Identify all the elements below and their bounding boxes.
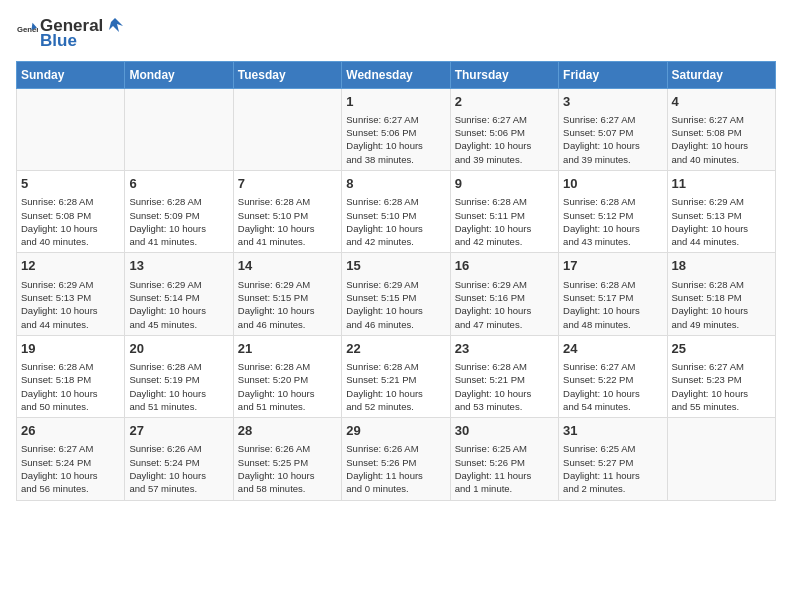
day-info: Sunrise: 6:28 AM Sunset: 5:18 PM Dayligh… (672, 278, 771, 331)
day-number: 17 (563, 257, 662, 275)
day-info: Sunrise: 6:29 AM Sunset: 5:13 PM Dayligh… (672, 195, 771, 248)
day-number: 31 (563, 422, 662, 440)
day-info: Sunrise: 6:27 AM Sunset: 5:22 PM Dayligh… (563, 360, 662, 413)
calendar-cell: 31Sunrise: 6:25 AM Sunset: 5:27 PM Dayli… (559, 418, 667, 500)
calendar-cell: 16Sunrise: 6:29 AM Sunset: 5:16 PM Dayli… (450, 253, 558, 335)
calendar-cell: 29Sunrise: 6:26 AM Sunset: 5:26 PM Dayli… (342, 418, 450, 500)
day-number: 23 (455, 340, 554, 358)
calendar-cell: 13Sunrise: 6:29 AM Sunset: 5:14 PM Dayli… (125, 253, 233, 335)
calendar-cell: 27Sunrise: 6:26 AM Sunset: 5:24 PM Dayli… (125, 418, 233, 500)
calendar-cell: 12Sunrise: 6:29 AM Sunset: 5:13 PM Dayli… (17, 253, 125, 335)
day-number: 18 (672, 257, 771, 275)
day-number: 28 (238, 422, 337, 440)
calendar-cell: 9Sunrise: 6:28 AM Sunset: 5:11 PM Daylig… (450, 171, 558, 253)
day-info: Sunrise: 6:28 AM Sunset: 5:09 PM Dayligh… (129, 195, 228, 248)
calendar-cell: 28Sunrise: 6:26 AM Sunset: 5:25 PM Dayli… (233, 418, 341, 500)
weekday-header-tuesday: Tuesday (233, 61, 341, 88)
logo-icon: General (16, 20, 38, 46)
day-number: 20 (129, 340, 228, 358)
calendar-cell: 18Sunrise: 6:28 AM Sunset: 5:18 PM Dayli… (667, 253, 775, 335)
day-number: 29 (346, 422, 445, 440)
day-info: Sunrise: 6:28 AM Sunset: 5:11 PM Dayligh… (455, 195, 554, 248)
day-number: 2 (455, 93, 554, 111)
calendar-cell: 1Sunrise: 6:27 AM Sunset: 5:06 PM Daylig… (342, 88, 450, 170)
calendar-cell: 30Sunrise: 6:25 AM Sunset: 5:26 PM Dayli… (450, 418, 558, 500)
day-number: 25 (672, 340, 771, 358)
calendar-cell: 10Sunrise: 6:28 AM Sunset: 5:12 PM Dayli… (559, 171, 667, 253)
day-number: 10 (563, 175, 662, 193)
weekday-header-thursday: Thursday (450, 61, 558, 88)
day-number: 8 (346, 175, 445, 193)
day-number: 30 (455, 422, 554, 440)
day-info: Sunrise: 6:27 AM Sunset: 5:07 PM Dayligh… (563, 113, 662, 166)
day-info: Sunrise: 6:25 AM Sunset: 5:27 PM Dayligh… (563, 442, 662, 495)
day-number: 12 (21, 257, 120, 275)
calendar-cell (125, 88, 233, 170)
day-number: 5 (21, 175, 120, 193)
day-info: Sunrise: 6:28 AM Sunset: 5:08 PM Dayligh… (21, 195, 120, 248)
calendar-table: SundayMondayTuesdayWednesdayThursdayFrid… (16, 61, 776, 501)
day-number: 9 (455, 175, 554, 193)
day-info: Sunrise: 6:28 AM Sunset: 5:21 PM Dayligh… (346, 360, 445, 413)
calendar-cell: 8Sunrise: 6:28 AM Sunset: 5:10 PM Daylig… (342, 171, 450, 253)
day-info: Sunrise: 6:29 AM Sunset: 5:16 PM Dayligh… (455, 278, 554, 331)
day-info: Sunrise: 6:28 AM Sunset: 5:20 PM Dayligh… (238, 360, 337, 413)
day-number: 27 (129, 422, 228, 440)
day-number: 3 (563, 93, 662, 111)
day-number: 11 (672, 175, 771, 193)
calendar-week-1: 1Sunrise: 6:27 AM Sunset: 5:06 PM Daylig… (17, 88, 776, 170)
day-number: 24 (563, 340, 662, 358)
day-info: Sunrise: 6:28 AM Sunset: 5:17 PM Dayligh… (563, 278, 662, 331)
day-number: 1 (346, 93, 445, 111)
calendar-week-5: 26Sunrise: 6:27 AM Sunset: 5:24 PM Dayli… (17, 418, 776, 500)
calendar-cell: 14Sunrise: 6:29 AM Sunset: 5:15 PM Dayli… (233, 253, 341, 335)
day-info: Sunrise: 6:28 AM Sunset: 5:18 PM Dayligh… (21, 360, 120, 413)
day-info: Sunrise: 6:29 AM Sunset: 5:15 PM Dayligh… (346, 278, 445, 331)
calendar-week-2: 5Sunrise: 6:28 AM Sunset: 5:08 PM Daylig… (17, 171, 776, 253)
day-info: Sunrise: 6:26 AM Sunset: 5:24 PM Dayligh… (129, 442, 228, 495)
calendar-cell: 26Sunrise: 6:27 AM Sunset: 5:24 PM Dayli… (17, 418, 125, 500)
logo-bird-icon (105, 16, 125, 36)
calendar-cell: 5Sunrise: 6:28 AM Sunset: 5:08 PM Daylig… (17, 171, 125, 253)
svg-marker-1 (109, 18, 123, 32)
day-info: Sunrise: 6:29 AM Sunset: 5:14 PM Dayligh… (129, 278, 228, 331)
day-info: Sunrise: 6:27 AM Sunset: 5:24 PM Dayligh… (21, 442, 120, 495)
calendar-cell: 4Sunrise: 6:27 AM Sunset: 5:08 PM Daylig… (667, 88, 775, 170)
day-info: Sunrise: 6:29 AM Sunset: 5:15 PM Dayligh… (238, 278, 337, 331)
calendar-week-3: 12Sunrise: 6:29 AM Sunset: 5:13 PM Dayli… (17, 253, 776, 335)
calendar-cell: 7Sunrise: 6:28 AM Sunset: 5:10 PM Daylig… (233, 171, 341, 253)
calendar-cell: 23Sunrise: 6:28 AM Sunset: 5:21 PM Dayli… (450, 335, 558, 417)
calendar-cell (667, 418, 775, 500)
weekday-header-saturday: Saturday (667, 61, 775, 88)
weekday-header-friday: Friday (559, 61, 667, 88)
calendar-cell: 17Sunrise: 6:28 AM Sunset: 5:17 PM Dayli… (559, 253, 667, 335)
day-number: 14 (238, 257, 337, 275)
day-info: Sunrise: 6:28 AM Sunset: 5:10 PM Dayligh… (238, 195, 337, 248)
calendar-cell: 11Sunrise: 6:29 AM Sunset: 5:13 PM Dayli… (667, 171, 775, 253)
day-number: 21 (238, 340, 337, 358)
calendar-cell: 22Sunrise: 6:28 AM Sunset: 5:21 PM Dayli… (342, 335, 450, 417)
calendar-cell: 20Sunrise: 6:28 AM Sunset: 5:19 PM Dayli… (125, 335, 233, 417)
header: General General Blue (16, 16, 776, 51)
weekday-header-wednesday: Wednesday (342, 61, 450, 88)
calendar-cell (233, 88, 341, 170)
day-info: Sunrise: 6:28 AM Sunset: 5:21 PM Dayligh… (455, 360, 554, 413)
day-info: Sunrise: 6:26 AM Sunset: 5:26 PM Dayligh… (346, 442, 445, 495)
day-info: Sunrise: 6:28 AM Sunset: 5:12 PM Dayligh… (563, 195, 662, 248)
day-info: Sunrise: 6:26 AM Sunset: 5:25 PM Dayligh… (238, 442, 337, 495)
day-info: Sunrise: 6:25 AM Sunset: 5:26 PM Dayligh… (455, 442, 554, 495)
day-number: 7 (238, 175, 337, 193)
day-number: 6 (129, 175, 228, 193)
calendar-cell: 2Sunrise: 6:27 AM Sunset: 5:06 PM Daylig… (450, 88, 558, 170)
calendar-cell: 21Sunrise: 6:28 AM Sunset: 5:20 PM Dayli… (233, 335, 341, 417)
day-info: Sunrise: 6:27 AM Sunset: 5:08 PM Dayligh… (672, 113, 771, 166)
calendar-cell: 19Sunrise: 6:28 AM Sunset: 5:18 PM Dayli… (17, 335, 125, 417)
logo: General General Blue (16, 16, 125, 51)
day-info: Sunrise: 6:28 AM Sunset: 5:19 PM Dayligh… (129, 360, 228, 413)
day-number: 16 (455, 257, 554, 275)
calendar-cell: 24Sunrise: 6:27 AM Sunset: 5:22 PM Dayli… (559, 335, 667, 417)
day-info: Sunrise: 6:27 AM Sunset: 5:06 PM Dayligh… (346, 113, 445, 166)
calendar-week-4: 19Sunrise: 6:28 AM Sunset: 5:18 PM Dayli… (17, 335, 776, 417)
weekday-header-row: SundayMondayTuesdayWednesdayThursdayFrid… (17, 61, 776, 88)
calendar-cell: 3Sunrise: 6:27 AM Sunset: 5:07 PM Daylig… (559, 88, 667, 170)
